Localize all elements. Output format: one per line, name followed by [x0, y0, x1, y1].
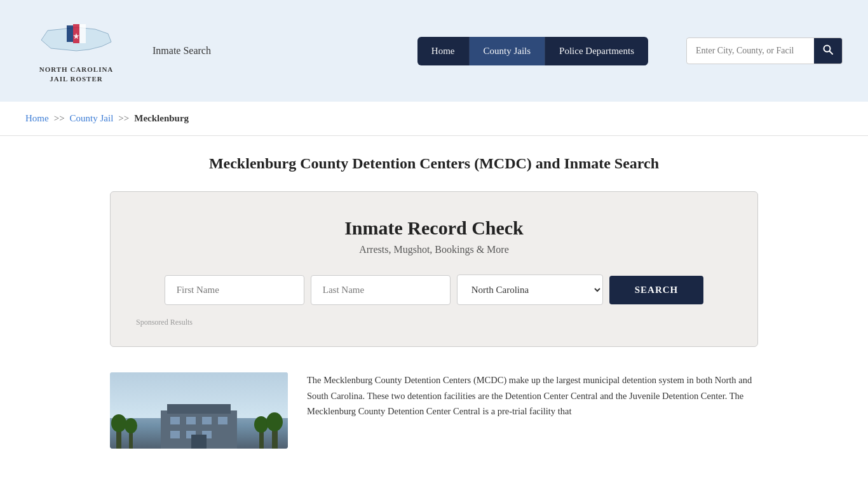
first-name-input[interactable]	[165, 275, 304, 305]
facility-description: The Mecklenburg County Detention Centers…	[307, 372, 758, 419]
breadcrumb-sep-1: >>	[54, 113, 65, 124]
svg-rect-13	[170, 417, 180, 424]
facility-image-inner	[110, 372, 288, 449]
record-check-title: Inmate Record Check	[130, 217, 738, 239]
bottom-section: The Mecklenburg County Detention Centers…	[110, 372, 758, 449]
last-name-input[interactable]	[311, 275, 451, 305]
svg-point-24	[266, 412, 283, 431]
header-search-area	[686, 37, 843, 64]
facility-image	[110, 372, 288, 449]
record-search-button[interactable]: SEARCH	[609, 276, 704, 304]
state-select[interactable]: North Carolina AlabamaAlaskaArizona Arka…	[457, 274, 603, 305]
header-search-input[interactable]	[687, 39, 814, 62]
svg-rect-15	[202, 417, 212, 424]
breadcrumb-current: Mecklenburg	[134, 113, 189, 124]
svg-point-8	[111, 414, 126, 432]
nav-police-departments-button[interactable]: Police Departments	[545, 37, 648, 65]
nav-home-button[interactable]: Home	[417, 37, 469, 65]
svg-rect-2	[79, 24, 86, 43]
breadcrumb-bar: Home >> County Jail >> Mecklenburg	[0, 102, 868, 136]
logo-map	[38, 18, 114, 62]
svg-rect-20	[191, 435, 207, 449]
record-check-box: Inmate Record Check Arrests, Mugshot, Bo…	[110, 191, 758, 347]
svg-rect-17	[170, 431, 180, 438]
svg-rect-3	[67, 25, 73, 42]
nav-county-jails-button[interactable]: County Jails	[469, 37, 545, 65]
breadcrumb-county-jail-link[interactable]: County Jail	[70, 113, 114, 124]
search-icon	[823, 44, 833, 55]
sponsored-label: Sponsored Results	[130, 318, 738, 327]
inmate-search-label: Inmate Search	[153, 45, 211, 57]
breadcrumb: Home >> County Jail >> Mecklenburg	[25, 113, 843, 124]
page-title: Mecklenburg County Detention Centers (MC…	[110, 155, 758, 172]
building-silhouette	[110, 398, 288, 449]
logo-text: NORTH CAROLINA JAIL ROSTER	[39, 65, 114, 85]
breadcrumb-sep-2: >>	[118, 113, 129, 124]
header: NORTH CAROLINA JAIL ROSTER Inmate Search…	[0, 0, 868, 102]
svg-line-6	[830, 51, 833, 55]
svg-point-10	[125, 418, 137, 433]
svg-rect-14	[186, 417, 196, 424]
svg-rect-16	[218, 417, 227, 424]
main-content: Mecklenburg County Detention Centers (MC…	[85, 136, 783, 468]
logo-area: NORTH CAROLINA JAIL ROSTER	[25, 18, 127, 85]
record-check-subtitle: Arrests, Mugshot, Bookings & More	[130, 244, 738, 255]
nav-area: Home County Jails Police Departments	[417, 37, 648, 65]
breadcrumb-home-link[interactable]: Home	[25, 113, 49, 124]
inmate-search-form: North Carolina AlabamaAlaskaArizona Arka…	[130, 274, 738, 305]
svg-rect-12	[167, 404, 231, 414]
header-search-button[interactable]	[814, 38, 842, 64]
svg-point-22	[254, 416, 268, 433]
